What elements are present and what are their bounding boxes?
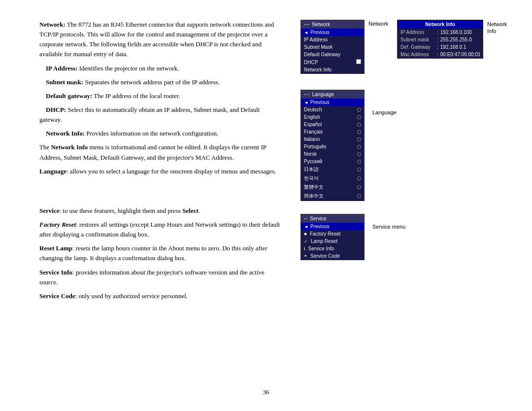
network-menu-header: ••• Network [301,20,364,29]
ip-text: Identifies the projector on the network. [77,65,179,72]
lang-item-korean[interactable]: 한국어 [301,174,364,183]
service-item-lamp[interactable]: ✓ Lamp Reset [301,238,364,245]
network-info-ip: IP Address : 192.168.0.100 [398,29,483,36]
service-item-previous[interactable]: ◄ Previous [301,223,364,230]
lang-item-portugues[interactable]: Português [301,143,364,150]
network-item-info[interactable]: Network Info [301,66,364,73]
language-header-label: Language [312,92,334,97]
para2-bold: Network Info [51,143,88,151]
network-item-previous[interactable]: ◄ Previous [301,29,364,36]
lang-item-trad-chinese[interactable]: 繁體中文 [301,183,364,192]
network-info-mac: Mac Address : 00:E0:47:05:00:01 [398,51,483,58]
resetlamp-text: : resets the lamp hours counter in the A… [39,244,267,262]
network-info-panel: Network Info IP Address : 192.168.0.100 … [397,20,483,59]
service-menu-label: Service menu [372,224,405,230]
lang-item-norsk[interactable]: Norsk [301,150,364,158]
para2-prefix: The [39,143,51,151]
service-dots: •• [304,216,308,221]
service-block: Service: to use these features, highligh… [39,206,281,301]
radio-simp-chinese [357,194,361,198]
service-menu-header: •• Service [301,214,364,223]
arrow-icon: ◄ [304,30,308,35]
network-header-label: Network [312,22,330,27]
service-panel-row: •• Service ◄ Previous ◆ Factory Reset ✓ … [300,214,512,260]
resetlamp-bold: Reset Lamp [39,244,72,252]
page-number: 36 [263,388,269,396]
gateway-text: The IP address of the local router. [92,92,180,100]
lang-item-english[interactable]: English [301,113,364,121]
header-dots: ••• [304,22,310,27]
radio-japanese [357,168,361,171]
radio-italiano [357,137,361,141]
radio-english [357,115,361,119]
intro-model: The 8772 [67,21,91,28]
netinfo-text: Provides information on the network conf… [85,130,218,137]
network-bold: Network: [39,21,66,28]
radio-francais [357,130,361,134]
ip-bold: IP Address: [46,65,77,72]
service-item-factory[interactable]: ◆ Factory Reset [301,230,364,238]
factory-text: : restores all settings (except Lamp Hou… [39,221,280,238]
subnet-text: Separates the network address part of th… [83,78,220,86]
radio-espanol [357,123,361,127]
language-panel: ••• Language ◄ Previous Deutsch English … [300,90,365,201]
network-info-gateway: Def. Gateway : 192.168.0.1 [398,43,483,51]
service-panel: •• Service ◄ Previous ◆ Factory Reset ✓ … [300,214,365,260]
lang-dots: ••• [304,92,310,97]
dhcp-bold: DHCP: [46,106,66,113]
info-icon: i [304,246,305,251]
network-item-subnet[interactable]: Subnet Mask [301,43,364,51]
radio-portugues [357,145,361,149]
lang-item-simp-chinese[interactable]: 简体中文 [301,192,364,201]
serviceinfo-bold: Service Info [39,269,72,276]
network-menu-panel: ••• Network ◄ Previous IP Address Subnet… [300,20,365,74]
subnet-bold: Subnet mask: [46,78,83,86]
service-item-info[interactable]: i Service Info [301,245,364,252]
factory-bold: Factory Reset [39,221,76,228]
network-item-gateway[interactable]: Default Gateway [301,51,364,58]
arrow-icon: ◄ [304,100,308,105]
service-bold: Service [39,207,59,214]
dhcp-checkbox[interactable] [356,59,361,64]
network-panel-row: ••• Network ◄ Previous IP Address Subnet… [300,20,512,74]
servicecode-bold: Service Code [39,292,75,300]
language-panel-row: ••• Language ◄ Previous Deutsch English … [300,90,512,201]
dhcp-text: Select this to automatically obtain an I… [39,106,260,123]
network-info-header: Network Info [398,20,483,29]
language-menu-header: ••• Language [301,90,364,99]
intro-block: Network: The 8772 has an RJ45 Ethernet c… [39,20,281,176]
service-item-code[interactable]: ✦ Service Code [301,252,364,260]
lang-item-japanese[interactable]: 日本語 [301,165,364,174]
language-label: Language [372,109,397,115]
netinfo-bold: Network Info: [46,130,85,137]
servicecode-text: : only used by authorized service person… [75,292,188,300]
service-header-label: Service [310,216,326,221]
code-icon: ✦ [304,254,307,258]
radio-trad-chinese [357,185,361,189]
left-column: Network: The 8772 has an RJ45 Ethernet c… [39,20,296,391]
page: Network: The 8772 has an RJ45 Ethernet c… [0,0,532,411]
lang-item-espanol[interactable]: Español [301,121,364,128]
arrow-icon: ◄ [304,224,308,229]
network-item-ip[interactable]: IP Address [301,36,364,43]
radio-russian [357,160,361,164]
lang-item-deutsch[interactable]: Deutsch [301,106,364,113]
service-text2: . [199,207,200,214]
lang-item-italiano[interactable]: Italiano [301,136,364,143]
lang-item-russian[interactable]: Русский [301,158,364,165]
lang-item-francais[interactable]: Français [301,128,364,136]
service-select: Select [182,207,198,214]
lang-text: : allows you to select a language for th… [66,168,276,175]
network-item-dhcp[interactable]: DHCP [301,58,364,66]
radio-korean [357,176,361,180]
network-info-subnet: Subnet mask : 255.255.255.0 [398,36,483,43]
lamp-icon: ✓ [304,239,308,244]
gateway-bold: Default gateway: [46,92,92,100]
radio-norsk [357,152,361,156]
radio-deutsch [357,108,361,112]
service-text: : to use these features, highlight them … [59,207,182,214]
lang-item-previous[interactable]: ◄ Previous [301,99,364,106]
network-label: Network [368,21,393,27]
lang-bold: Language [39,168,66,175]
network-info-label: Network Info [487,21,512,35]
